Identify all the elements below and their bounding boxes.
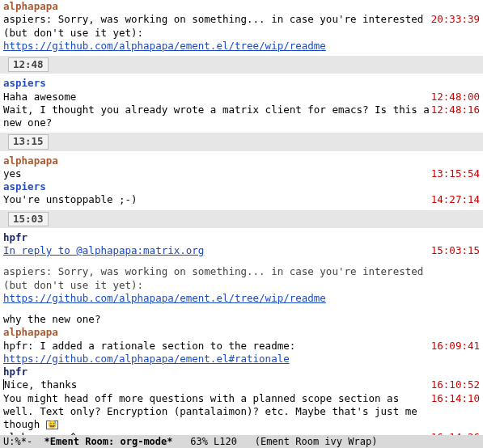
message-text: Nice, thanks: [4, 378, 77, 391]
message-body: You might head off more questions with a…: [3, 392, 430, 432]
modeline-mid: 63% L120 (Ement Room ivy Wrap): [173, 436, 378, 447]
message-row: why the new one?: [0, 313, 483, 326]
sender-hpfr: hpfr: [0, 231, 483, 244]
message-row: hpfr: I added a rationale section to the…: [0, 340, 483, 366]
reply-link[interactable]: In reply to @alphapapa:matrix.org: [3, 244, 204, 256]
time-divider-label: 13:15: [8, 134, 49, 149]
message-row: You're unstoppable ;-) 14:27:14: [0, 193, 483, 206]
message-body: Wait, I thought you already wrote a matr…: [3, 104, 430, 130]
quoted-text: aspiers: Sorry, was working on something…: [3, 265, 423, 290]
time-divider: 12:48: [0, 56, 483, 74]
message-row: You might head off more questions with a…: [0, 392, 483, 432]
time-divider-label: 15:03: [8, 212, 49, 226]
modeline-left: U:%*-: [3, 436, 44, 447]
rationale-link[interactable]: https://github.com/alphapapa/ement.el#ra…: [3, 353, 290, 365]
time-divider: 13:15: [0, 133, 483, 150]
readme-link[interactable]: https://github.com/alphapapa/ement.el/tr…: [3, 40, 326, 52]
message-row: Nice, thanks 16:10:52: [0, 378, 483, 391]
message-row: aspiers: Sorry, was working on something…: [0, 13, 483, 53]
message-body: In reply to @alphapapa:matrix.org: [3, 244, 430, 257]
spacer: [0, 305, 483, 313]
reply-target: @alphapapa:matrix.org: [76, 244, 204, 256]
message-body: why the new one?: [3, 313, 430, 326]
message-row: yes 13:15:54: [0, 167, 483, 180]
sender-alphapapa: alphapapa: [0, 154, 483, 167]
time-divider: 15:03: [0, 210, 483, 228]
chat-log: alphapapa aspiers: Sorry, was working on…: [0, 0, 483, 435]
timestamp: 12:48:00: [430, 91, 480, 104]
timestamp: 12:48:16: [430, 104, 480, 116]
emoji-glyph: 😅: [46, 421, 58, 429]
message-body: hpfr: I added a rationale section to the…: [3, 340, 430, 366]
quoted-body: aspiers: Sorry, was working on something…: [3, 265, 430, 305]
message-body: You're unstoppable ;-): [3, 193, 430, 206]
spacer: [0, 257, 483, 265]
message-text: hpfr: I added a rationale section to the…: [3, 340, 295, 352]
timestamp: 16:10:52: [430, 378, 480, 391]
message-text: You might head off more questions with a…: [3, 392, 417, 431]
mode-line: U:%*- *Ement Room: org-mode* 63% L120 (E…: [0, 435, 483, 448]
message-row: In reply to @alphapapa:matrix.org 15:03:…: [0, 244, 483, 257]
timestamp: 15:03:15: [430, 244, 480, 257]
timestamp: 20:33:39: [430, 13, 480, 26]
timestamp: 14:27:14: [430, 193, 480, 206]
timestamp: 13:15:54: [430, 167, 480, 180]
quoted-link[interactable]: https://github.com/alphapapa/ement.el/tr…: [3, 292, 326, 304]
timestamp: 16:14:10: [430, 392, 480, 405]
time-divider-label: 12:48: [8, 57, 49, 72]
message-body: yes: [3, 167, 430, 180]
message-text: aspiers: Sorry, was working on something…: [3, 13, 423, 38]
sender-hpfr: hpfr: [0, 366, 483, 378]
sender-alphapapa: alphapapa: [0, 326, 483, 339]
timestamp: 16:09:41: [430, 340, 480, 353]
message-body: Nice, thanks: [3, 378, 430, 391]
buffer-name: *Ement Room: org-mode*: [44, 436, 173, 447]
message-body: Haha awesome: [3, 91, 430, 104]
sender-alphapapa: alphapapa: [0, 0, 483, 13]
sender-aspiers: aspiers: [0, 180, 483, 193]
message-row: Haha awesome 12:48:00: [0, 91, 483, 104]
reply-prefix: In reply to: [3, 244, 76, 256]
message-body: aspiers: Sorry, was working on something…: [3, 13, 430, 53]
quoted-row: aspiers: Sorry, was working on something…: [0, 265, 483, 305]
message-row: Wait, I thought you already wrote a matr…: [0, 104, 483, 130]
sender-aspiers: aspiers: [0, 77, 483, 90]
